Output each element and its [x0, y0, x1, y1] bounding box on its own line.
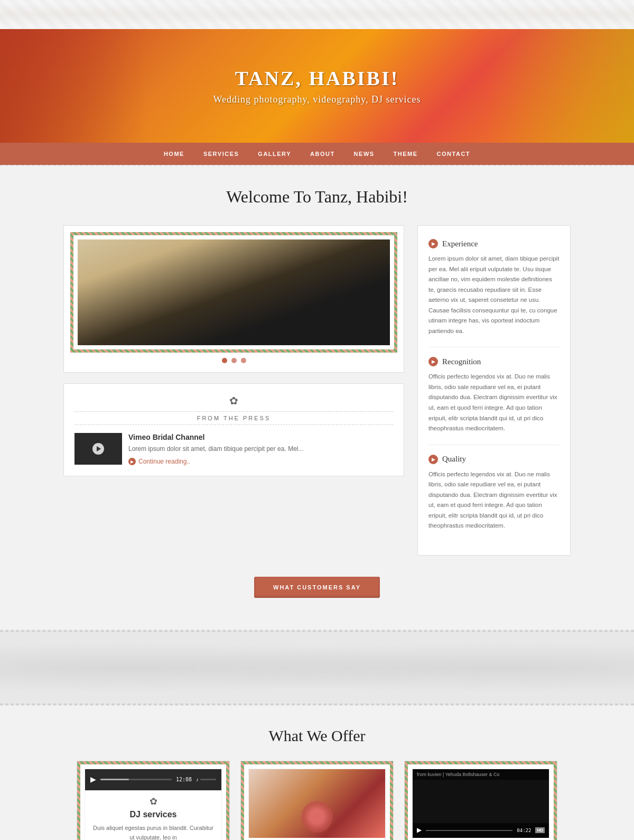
offer-section: What We Offer ▶ 12:08 ♪	[0, 706, 634, 840]
dj-time: 12:08	[176, 777, 192, 782]
nav-item-contact[interactable]: CONTACT	[427, 143, 480, 165]
dj-volume[interactable]: ♪	[196, 777, 216, 782]
photo-card	[63, 225, 404, 373]
video-offer-frame: from kuvien | Yehuda Boltshauser & Co ▶ …	[405, 761, 557, 840]
video-play-icon[interactable]: ▶	[417, 826, 422, 834]
hero-flowers-right	[486, 29, 634, 143]
features-card: ▶ Experience Lorem ipsum dolor sit amet,…	[417, 225, 571, 556]
feature-divider-1	[428, 347, 560, 347]
experience-icon: ▶	[428, 239, 438, 248]
what-customers-say-button[interactable]: WHAT CUSTOMERS SAY	[254, 577, 380, 598]
hero-content: TANZ, HABIBI! Wedding photography, video…	[213, 67, 421, 105]
press-card: ✿ FROM THE PRESS Vimeo Bridal Channel Lo…	[63, 383, 404, 476]
hero-section: TANZ, HABIBI! Wedding photography, video…	[0, 29, 634, 143]
video-progress[interactable]	[426, 830, 512, 831]
video-brand-label: from kuvien | Yehuda Boltshauser & Co	[417, 772, 499, 777]
video-offer-inner: from kuvien | Yehuda Boltshauser & Co ▶ …	[412, 769, 549, 840]
hd-badge: HD	[535, 827, 545, 833]
offer-grid: ▶ 12:08 ♪ ✿ DJ services Duis aliquet ege…	[63, 761, 571, 840]
main-navigation: HOME SERVICES GALLERY ABOUT NEWS THEME C…	[0, 143, 634, 165]
feature-quality-title: ▶ Quality	[428, 455, 560, 464]
dot-1[interactable]	[222, 358, 227, 363]
recognition-text: Officis perfecto legendos vix at. Duo ne…	[428, 372, 560, 433]
offer-card-dj: ▶ 12:08 ♪ ✿ DJ services Duis aliquet ege…	[77, 761, 230, 840]
offer-card-video: from kuvien | Yehuda Boltshauser & Co ▶ …	[404, 761, 557, 840]
photo-offer-decoration	[301, 801, 333, 833]
left-column: ✿ FROM THE PRESS Vimeo Bridal Channel Lo…	[63, 225, 404, 556]
video-play-button[interactable]	[92, 443, 104, 455]
dj-progress-fill	[100, 779, 129, 780]
read-more-icon: ▶	[128, 458, 136, 465]
video-time: 04:22	[517, 828, 531, 833]
feature-recognition: ▶ Recognition Officis perfecto legendos …	[428, 357, 560, 433]
nav-item-home[interactable]: HOME	[154, 143, 194, 165]
top-decorative-strip	[0, 0, 634, 29]
dot-3[interactable]	[241, 358, 246, 363]
press-video-thumbnail[interactable]	[74, 433, 122, 465]
recognition-label: Recognition	[442, 357, 481, 366]
dj-decorative-icon: ✿	[85, 790, 221, 810]
quality-text: Officis perfecto legendos vix at. Duo ne…	[428, 469, 560, 531]
read-more-link[interactable]: ▶ Continue reading..	[128, 458, 303, 465]
right-column: ▶ Experience Lorem ipsum dolor sit amet,…	[417, 225, 571, 556]
main-content: Welcome To Tanz, Habibi! ✿ F	[0, 166, 634, 630]
two-column-layout: ✿ FROM THE PRESS Vimeo Bridal Channel Lo…	[63, 225, 571, 556]
dj-card-inner: ▶ 12:08 ♪ ✿ DJ services Duis aliquet ege…	[85, 769, 222, 840]
press-decorative-icon: ✿	[74, 394, 393, 407]
dj-card-frame: ▶ 12:08 ♪ ✿ DJ services Duis aliquet ege…	[77, 761, 229, 840]
couple-photo	[78, 239, 390, 345]
dj-progress-bar[interactable]	[100, 779, 172, 780]
site-subtitle: Wedding photography, videography, DJ ser…	[213, 94, 421, 105]
volume-icon: ♪	[196, 777, 199, 782]
feature-experience: ▶ Experience Lorem ipsum dolor sit amet,…	[428, 239, 560, 336]
experience-label: Experience	[442, 239, 478, 248]
press-section-title: FROM THE PRESS	[74, 411, 393, 425]
press-item: Vimeo Bridal Channel Lorem ipsum dolor s…	[74, 433, 393, 465]
photo-offer-inner	[248, 769, 386, 840]
dot-2[interactable]	[231, 358, 237, 363]
dj-play-icon[interactable]: ▶	[90, 775, 96, 784]
photo-offer-frame	[241, 761, 393, 840]
welcome-heading: Welcome To Tanz, Habibi!	[11, 187, 623, 207]
site-title: TANZ, HABIBI!	[213, 67, 421, 90]
feature-divider-2	[428, 445, 560, 445]
dj-card-text: Duis aliquet egestas purus in blandit. C…	[85, 824, 221, 840]
video-offer-image: from kuvien | Yehuda Boltshauser & Co ▶ …	[413, 769, 549, 838]
press-item-text: Lorem ipsum dolor sit amet, diam tibique…	[128, 444, 303, 454]
nav-item-news[interactable]: NEWS	[344, 143, 384, 165]
photo-frame	[70, 232, 397, 353]
nav-item-about[interactable]: ABOUT	[301, 143, 344, 165]
volume-bar[interactable]	[200, 779, 216, 780]
read-more-label: Continue reading..	[138, 458, 190, 465]
nav-item-theme[interactable]: THEME	[384, 143, 427, 165]
video-control-bar[interactable]: ▶ 04:22 HD	[413, 823, 549, 838]
dj-player[interactable]: ▶ 12:08 ♪	[85, 769, 221, 790]
nav-item-services[interactable]: SERVICES	[194, 143, 248, 165]
press-text: Vimeo Bridal Channel Lorem ipsum dolor s…	[128, 433, 303, 465]
experience-text: Lorem ipsum dolor sit amet, diam tibique…	[428, 254, 560, 336]
feature-recognition-title: ▶ Recognition	[428, 357, 560, 366]
decorative-section	[0, 631, 634, 705]
slideshow-dots	[70, 358, 397, 363]
quality-icon: ▶	[428, 455, 438, 464]
video-top-bar: from kuvien | Yehuda Boltshauser & Co	[413, 769, 549, 780]
play-triangle-icon	[97, 446, 101, 451]
dj-card-title: DJ services	[85, 810, 221, 819]
press-item-title: Vimeo Bridal Channel	[128, 433, 303, 441]
cta-section: WHAT CUSTOMERS SAY	[11, 577, 623, 598]
offer-card-photo	[240, 761, 394, 840]
hero-flowers-left	[0, 29, 148, 143]
quality-label: Quality	[442, 455, 466, 464]
photo-offer-image	[249, 769, 385, 838]
offer-heading: What We Offer	[11, 727, 623, 745]
nav-item-gallery[interactable]: GALLERY	[248, 143, 301, 165]
feature-quality: ▶ Quality Officis perfecto legendos vix …	[428, 455, 560, 531]
feature-experience-title: ▶ Experience	[428, 239, 560, 248]
nav-list: HOME SERVICES GALLERY ABOUT NEWS THEME C…	[154, 143, 480, 165]
recognition-icon: ▶	[428, 357, 438, 366]
